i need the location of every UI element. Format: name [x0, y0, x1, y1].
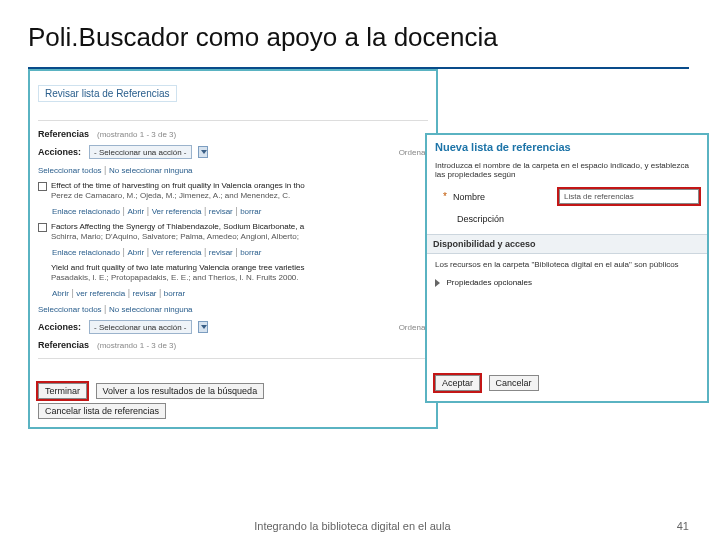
select-links-bottom: Seleccionar todos | No seleccionar ningu…: [38, 304, 428, 314]
availability-header: Disponibilidad y acceso: [427, 234, 707, 254]
action-link[interactable]: revisar: [209, 207, 233, 216]
item-authors: Perez de Camacaro, M.; Ojeda, M.; Jimene…: [51, 191, 305, 200]
ordenar-label[interactable]: Ordenar: [399, 323, 428, 332]
action-link[interactable]: Ver referencia: [152, 207, 202, 216]
item-title[interactable]: Factors Affecting the Synergy of Thiaben…: [51, 222, 304, 232]
action-link[interactable]: revisar: [133, 289, 157, 298]
action-link[interactable]: Ver referencia: [152, 248, 202, 257]
reference-item: Effect of the time of harvesting on frui…: [38, 181, 428, 200]
cancelar-button[interactable]: Cancelar: [489, 375, 539, 391]
revisar-badge: Revisar lista de Referencias: [38, 85, 177, 102]
refs-count: (mostrando 1 - 3 de 3): [97, 130, 176, 139]
actions-row-top: Acciones: - Seleccionar una acción - Ord…: [38, 145, 428, 159]
references-panel: Revisar lista de Referencias Referencias…: [28, 69, 438, 429]
item-actions: Enlace relacionado | Abrir | Ver referen…: [52, 206, 428, 216]
item-authors: Schirra, Mario; D'Aquino, Salvatore; Pal…: [51, 232, 304, 241]
item-title[interactable]: Effect of the time of harvesting on frui…: [51, 181, 305, 191]
actions-row-bottom: Acciones: - Seleccionar una acción - Ord…: [38, 320, 428, 334]
nombre-input[interactable]: Lista de referencias: [559, 189, 699, 204]
nombre-label: Nombre: [453, 192, 485, 202]
footer-text: Integrando la biblioteca digital en el a…: [254, 520, 450, 532]
refs-label: Referencias: [38, 129, 89, 139]
ordenar-label[interactable]: Ordenar: [399, 148, 428, 157]
item-checkbox[interactable]: [38, 182, 47, 191]
left-button-row: Terminar Volver a los resultados de la b…: [38, 383, 270, 419]
select-links-top: Seleccionar todos | No seleccionar ningu…: [38, 165, 428, 175]
dropdown-arrow-icon[interactable]: [198, 321, 208, 333]
action-link[interactable]: Enlace relacionado: [52, 207, 120, 216]
cancelar-lista-button[interactable]: Cancelar lista de referencias: [38, 403, 166, 419]
new-list-panel: Nueva lista de referencias Introduzca el…: [425, 133, 709, 403]
aceptar-button[interactable]: Aceptar: [435, 375, 480, 391]
select-all-link[interactable]: Seleccionar todos: [38, 305, 102, 314]
slide-footer: Integrando la biblioteca digital en el a…: [0, 520, 717, 532]
new-list-intro: Introduzca el nombre de la carpeta en el…: [435, 161, 699, 179]
slide-title: Poli.Buscador como apoyo a la docencia: [28, 22, 689, 53]
action-link[interactable]: borrar: [240, 207, 261, 216]
acciones-select[interactable]: - Seleccionar una acción -: [89, 320, 192, 334]
refs-label: Referencias: [38, 340, 89, 350]
divider: [38, 120, 428, 121]
divider: [38, 358, 428, 359]
nombre-row: * Nombre Lista de referencias: [443, 189, 699, 204]
item-checkbox[interactable]: [38, 223, 47, 232]
descripcion-row: Descripción: [443, 214, 699, 224]
reference-item: Factors Affecting the Synergy of Thiaben…: [38, 222, 428, 241]
acciones-select-value: - Seleccionar una acción -: [94, 148, 187, 157]
slide-header: Poli.Buscador como apoyo a la docencia: [0, 0, 717, 61]
refs-count: (mostrando 1 - 3 de 3): [97, 341, 176, 350]
page-number: 41: [677, 520, 689, 532]
references-header: Referencias (mostrando 1 - 3 de 3): [38, 129, 428, 139]
action-link[interactable]: Enlace relacionado: [52, 248, 120, 257]
select-all-link[interactable]: Seleccionar todos: [38, 166, 102, 175]
availability-text: Los recursos en la carpeta "Biblioteca d…: [435, 260, 699, 269]
action-link[interactable]: Abrir: [127, 248, 144, 257]
action-link[interactable]: Abrir: [52, 289, 69, 298]
action-link[interactable]: revisar: [209, 248, 233, 257]
dropdown-arrow-icon[interactable]: [198, 146, 208, 158]
action-link[interactable]: borrar: [164, 289, 185, 298]
item-actions: Abrir | ver referencia | revisar | borra…: [52, 288, 428, 298]
optional-props-label: Propiedades opcionales: [447, 278, 532, 287]
right-button-row: Aceptar Cancelar: [435, 375, 545, 391]
triangle-right-icon: [435, 279, 440, 287]
optional-props-row[interactable]: Propiedades opcionales: [435, 277, 699, 287]
action-link[interactable]: borrar: [240, 248, 261, 257]
item-title[interactable]: Yield and fruit quality of two late matu…: [51, 263, 304, 273]
item-actions: Enlace relacionado | Abrir | Ver referen…: [52, 247, 428, 257]
content-area: Revisar lista de Referencias Referencias…: [0, 69, 717, 469]
reference-item: Yield and fruit quality of two late matu…: [38, 263, 428, 282]
action-link[interactable]: ver referencia: [76, 289, 125, 298]
terminar-button[interactable]: Terminar: [38, 383, 87, 399]
acciones-label: Acciones:: [38, 322, 81, 332]
select-none-link[interactable]: No seleccionar ninguna: [109, 166, 193, 175]
required-star-icon: *: [443, 191, 447, 202]
action-link[interactable]: Abrir: [127, 207, 144, 216]
acciones-select-value: - Seleccionar una acción -: [94, 323, 187, 332]
select-none-link[interactable]: No seleccionar ninguna: [109, 305, 193, 314]
volver-button[interactable]: Volver a los resultados de la búsqueda: [96, 383, 265, 399]
item-authors: Pasadakis, I. E.; Protopapadakis, E. E.;…: [51, 273, 304, 282]
acciones-select[interactable]: - Seleccionar una acción -: [89, 145, 192, 159]
new-list-title: Nueva lista de referencias: [435, 141, 699, 153]
references-footer: Referencias (mostrando 1 - 3 de 3): [38, 340, 428, 350]
acciones-label: Acciones:: [38, 147, 81, 157]
descripcion-label: Descripción: [457, 214, 504, 224]
